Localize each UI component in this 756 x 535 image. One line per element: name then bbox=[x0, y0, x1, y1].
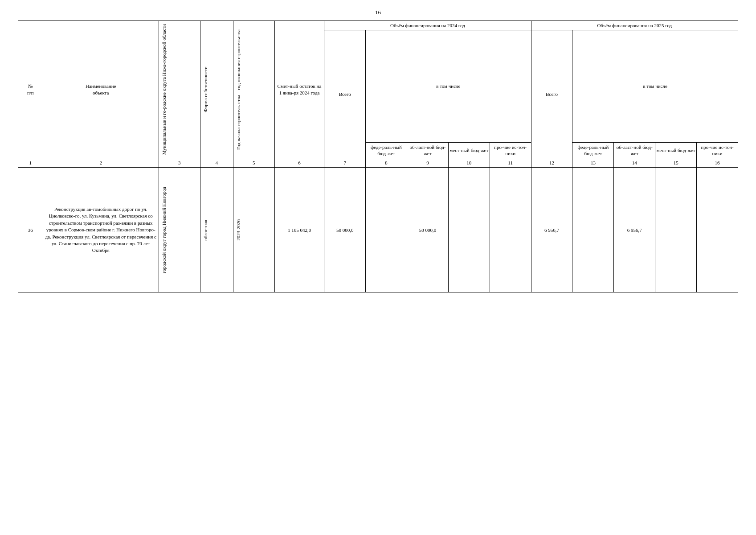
header-pro2024: про-чие ис-точ-ники bbox=[490, 142, 531, 158]
row-vsego2025: 6 956,7 bbox=[531, 168, 572, 292]
colnum-11: 11 bbox=[490, 158, 531, 168]
main-table: № п/п Наименование объекта Муниципальные… bbox=[18, 21, 738, 292]
colnum-13: 13 bbox=[572, 158, 614, 168]
row-obl2025: 6 956,7 bbox=[614, 168, 655, 292]
header-pro2025: про-чие ис-точ-ники bbox=[697, 142, 738, 158]
header-vtomchisle2025: в том числе bbox=[572, 30, 738, 142]
header-mest2024: мест-ный бюд-жет bbox=[448, 142, 490, 158]
header-obl2025: об-ласт-ной бюд-жет bbox=[614, 142, 655, 158]
header-forma: Форма собственности bbox=[200, 21, 233, 158]
colnum-1: 1 bbox=[18, 158, 43, 168]
colnum-6: 6 bbox=[274, 158, 324, 168]
row-obl2024: 50 000,0 bbox=[407, 168, 448, 292]
row-mun: городской округ город Нижний Новгород bbox=[159, 168, 200, 292]
header-mun-rotated: Муниципальные и го-родские округа Ниже-г… bbox=[160, 22, 168, 156]
header-year-rotated: Год начала строитель-ства – год окончани… bbox=[234, 28, 242, 152]
colnum-16: 16 bbox=[697, 158, 738, 168]
row-name: Реконструкция ав-томобильных дорог по ул… bbox=[43, 168, 159, 292]
row-year: 2023-2026 bbox=[233, 168, 274, 292]
row-pro2025 bbox=[697, 168, 738, 292]
row-vsego2024: 50 000,0 bbox=[324, 168, 366, 292]
header-year: Год начала строитель-ства – год окончани… bbox=[233, 21, 274, 158]
colnum-10: 10 bbox=[448, 158, 490, 168]
header-vsego2024: Всего bbox=[324, 30, 366, 158]
header-obl2024: об-ласт-ной бюд-жет bbox=[407, 142, 448, 158]
row-num: 36 bbox=[18, 168, 43, 292]
header-fed2025: феде-раль-ный бюд-жет bbox=[572, 142, 614, 158]
header-vtomchisle2024: в том числе bbox=[366, 30, 531, 142]
row-mest2024 bbox=[448, 168, 490, 292]
header-fed2024: феде-раль-ный бюд-жет bbox=[366, 142, 407, 158]
colnum-5: 5 bbox=[233, 158, 274, 168]
page-number: 16 bbox=[18, 9, 738, 16]
row-mest2025 bbox=[655, 168, 697, 292]
colnum-2: 2 bbox=[43, 158, 159, 168]
colnum-15: 15 bbox=[655, 158, 697, 168]
header-forma-rotated: Форма собственности bbox=[201, 65, 209, 114]
header-num: № п/п bbox=[18, 21, 43, 158]
colnum-3: 3 bbox=[159, 158, 200, 168]
row-fed2024 bbox=[366, 168, 407, 292]
header-mun: Муниципальные и го-родские округа Ниже-г… bbox=[159, 21, 200, 158]
colnum-4: 4 bbox=[200, 158, 233, 168]
colnum-12: 12 bbox=[531, 158, 572, 168]
colnum-14: 14 bbox=[614, 158, 655, 168]
row-forma-rotated: областная bbox=[201, 218, 209, 243]
row-fed2025 bbox=[572, 168, 614, 292]
row-smet: 1 165 042,0 bbox=[274, 168, 324, 292]
colnum-8: 8 bbox=[366, 158, 407, 168]
header-finance2025: Объём финансирования на 2025 год bbox=[531, 21, 738, 30]
row-forma: областная bbox=[200, 168, 233, 292]
header-name: Наименование объекта bbox=[43, 21, 159, 158]
header-finance2024: Объём финансирования на 2024 год bbox=[324, 21, 531, 30]
colnum-9: 9 bbox=[407, 158, 448, 168]
row-pro2024 bbox=[490, 168, 531, 292]
header-mest2025: мест-ный бюд-жет bbox=[655, 142, 697, 158]
header-smet: Смет-ный остаток на 1 янва-ря 2024 года bbox=[274, 21, 324, 158]
header-vsego2025: Всего bbox=[531, 30, 572, 158]
row-year-rotated: 2023-2026 bbox=[234, 218, 242, 243]
row-mun-rotated: городской округ город Нижний Новгород bbox=[160, 185, 168, 275]
colnum-7: 7 bbox=[324, 158, 366, 168]
